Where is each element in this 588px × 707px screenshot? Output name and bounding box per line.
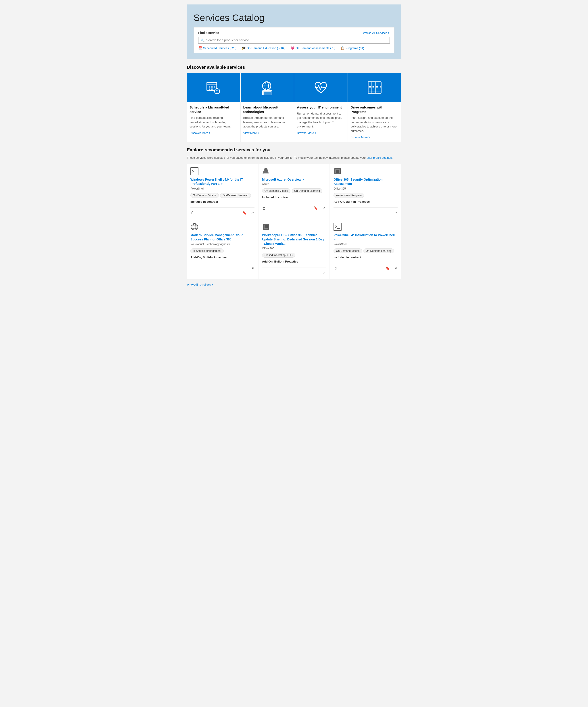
svg-text:△: △	[263, 173, 265, 175]
bookmark-button[interactable]: 🔖	[313, 206, 318, 211]
share-button[interactable]: ↗	[394, 210, 397, 215]
rec-pricing: Included in contract	[262, 196, 326, 199]
rec-actions: ↗	[262, 269, 326, 275]
discover-card: Assess your IT environment Run an on-dem…	[294, 73, 348, 142]
svg-rect-3	[211, 87, 213, 88]
rec-card-title[interactable]: Office 365: Security Optimization Assess…	[334, 177, 397, 186]
browse-all-services-link[interactable]: Browse All Services >	[362, 31, 390, 35]
svg-rect-30	[191, 167, 198, 175]
rec-tag: On-Demand Learning	[220, 193, 251, 198]
add-to-cart-button[interactable]: 🗒	[334, 266, 338, 271]
rec-card-title[interactable]: Windows PowerShell v4.0 for the IT Profe…	[191, 177, 254, 186]
rec-actions: 🗒 🔖 ↗	[334, 265, 397, 271]
discover-section: Discover available services Schedule a M…	[187, 65, 401, 142]
rec-card-icon: △	[262, 167, 270, 175]
svg-rect-37	[336, 170, 339, 173]
svg-rect-45	[265, 225, 268, 228]
external-link-icon: ↗	[334, 238, 336, 241]
svg-rect-2	[209, 87, 210, 88]
svg-rect-17	[264, 92, 271, 95]
discover-card: Learn about Microsoft technologies Brows…	[241, 73, 294, 142]
rec-actions: 🗒 🔖 ↗	[191, 209, 254, 215]
rec-card: PowerShell 4: Introduction to PowerShell…	[330, 219, 401, 279]
recommended-section: Explore recommended services for you The…	[187, 147, 401, 279]
search-label: Find a service	[198, 31, 219, 35]
rec-tag: Assessment Program	[334, 193, 364, 198]
rec-pricing: Included in contract	[334, 256, 397, 259]
rec-tags: On-Demand VideosOn-Demand Learning	[191, 193, 254, 198]
rec-actions: ↗	[334, 209, 397, 215]
share-button[interactable]: ↗	[322, 270, 326, 275]
rec-card-title[interactable]: Microsoft Azure: Overview ↗	[262, 177, 326, 182]
rec-card-title[interactable]: WorkshopPLUS - Office 365 Technical Upda…	[262, 233, 326, 246]
rec-card-title[interactable]: Modern Service Management Cloud Success …	[191, 233, 254, 242]
rec-tags: Closed WorkshopPLUS	[262, 253, 326, 258]
filter-tag[interactable]: 💗On-Demand Assessments (75)	[291, 46, 335, 50]
rec-card-sub: PowerShell	[334, 243, 397, 246]
rec-tag: Closed WorkshopPLUS	[262, 253, 295, 258]
svg-rect-28	[376, 86, 378, 88]
discover-card: Drive outcomes with Programs Plan, assig…	[348, 73, 402, 142]
filter-tag[interactable]: 📋Programs (31)	[341, 46, 364, 50]
card-image	[241, 73, 294, 102]
search-input[interactable]	[206, 38, 387, 42]
share-button[interactable]: ↗	[251, 210, 254, 215]
external-link-icon: ↗	[220, 182, 222, 185]
add-to-cart-button[interactable]: 🗒	[191, 210, 195, 215]
share-button[interactable]: ↗	[394, 266, 397, 271]
add-to-cart-button[interactable]: 🗒	[262, 206, 266, 211]
rec-pricing: Add-On, Built-In Proactive	[191, 256, 254, 259]
rec-actions: 🗒 🔖 ↗	[262, 205, 326, 211]
rec-tags: On-Demand VideosOn-Demand Learning	[334, 248, 397, 254]
svg-rect-27	[372, 86, 374, 88]
rec-card: Windows PowerShell v4.0 for the IT Profe…	[187, 164, 258, 219]
discover-card: Schedule a Microsoft-led service Find pe…	[187, 73, 240, 142]
card-link[interactable]: Discover More >	[189, 131, 211, 135]
filter-tags: 📅Scheduled Services (828)🎓On-Demand Educ…	[198, 46, 390, 50]
share-button[interactable]: ↗	[251, 266, 254, 271]
bookmark-button[interactable]: 🔖	[385, 266, 390, 271]
rec-card: Modern Service Management Cloud Success …	[187, 219, 258, 279]
rec-card: Office 365: Security Optimization Assess…	[330, 164, 401, 219]
filter-tag[interactable]: 🎓On-Demand Education (5384)	[242, 46, 285, 50]
rec-tag: IT Service Management	[191, 248, 224, 254]
search-icon: 🔍	[201, 38, 205, 42]
svg-rect-26	[369, 86, 371, 88]
external-link-icon: ↗	[302, 178, 304, 181]
recommended-subtitle: These services were selected for you bas…	[187, 156, 401, 160]
rec-card-sub: PowerShell	[191, 187, 254, 190]
share-button[interactable]: ↗	[322, 206, 326, 211]
rec-pricing: Included in contract	[191, 200, 254, 203]
card-title: Drive outcomes with Programs	[351, 105, 399, 114]
svg-rect-5	[209, 89, 210, 90]
filter-icon: 📅	[198, 46, 202, 50]
card-image	[294, 73, 348, 102]
card-link[interactable]: Browse More >	[351, 135, 370, 139]
rec-pricing: Add-On, Built-In Proactive	[262, 260, 326, 263]
rec-tags: IT Service Management	[191, 248, 254, 254]
card-link[interactable]: View More >	[243, 131, 260, 135]
svg-rect-46	[334, 223, 341, 231]
rec-tag: On-Demand Learning	[292, 189, 322, 193]
discover-cards-grid: Schedule a Microsoft-led service Find pe…	[187, 73, 401, 142]
rec-card-icon	[191, 167, 199, 175]
filter-icon: 💗	[291, 46, 295, 50]
rec-card-title[interactable]: PowerShell 4: Introduction to PowerShell…	[334, 233, 397, 242]
rec-actions: ↗	[191, 265, 254, 271]
search-box: Find a service Browse All Services > 🔍 📅…	[194, 27, 394, 53]
rec-card: WorkshopPLUS - Office 365 Technical Upda…	[258, 219, 330, 279]
bookmark-button[interactable]: 🔖	[242, 210, 247, 215]
rec-tags: On-Demand VideosOn-Demand Learning	[262, 189, 326, 193]
view-all-services-link[interactable]: View All Services >	[187, 283, 213, 287]
rec-card-sub: No Product · Technology Agnostic	[191, 243, 254, 246]
rec-card-icon	[191, 223, 199, 231]
filter-tag[interactable]: 📅Scheduled Services (828)	[198, 46, 236, 50]
rec-tag: On-Demand Videos	[262, 189, 290, 193]
card-desc: Plan, assign, and execute on the recomme…	[351, 115, 399, 133]
card-title: Assess your IT environment	[297, 105, 345, 110]
svg-rect-29	[380, 86, 381, 88]
page-title: Services Catalog	[194, 12, 394, 23]
rec-card-icon	[334, 223, 342, 231]
user-profile-settings-link[interactable]: user profile settings.	[367, 156, 393, 159]
card-link[interactable]: Browse More >	[297, 131, 316, 135]
